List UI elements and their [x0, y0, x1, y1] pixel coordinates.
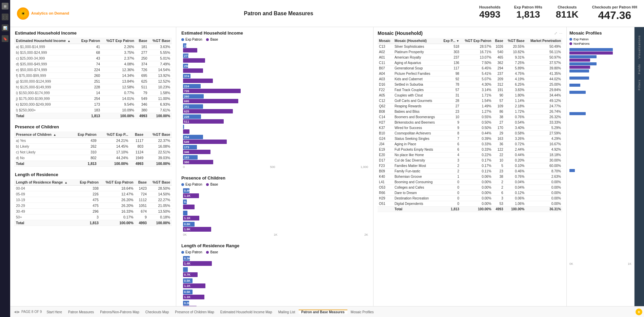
- chart-bar-row: 0.3K 0.7K: [183, 301, 368, 306]
- sidebar-label-fields[interactable]: Fields: [638, 63, 641, 76]
- lor-section-title: Length of Residence: [14, 172, 172, 177]
- metric-households-label: Households: [479, 5, 501, 9]
- bar-purple: 1.4K: [183, 261, 212, 266]
- lor-col-pct-base[interactable]: %GT Base: [148, 179, 172, 186]
- tab-item[interactable]: Patrons/Non-Patrons Map: [97, 310, 142, 314]
- sidebar-label-visualizations[interactable]: Visualizations: [638, 34, 641, 60]
- bar-purple: [183, 68, 203, 73]
- ehi-axis-0: 0: [183, 165, 185, 169]
- bar-purple: 0.7K: [183, 272, 198, 277]
- profile-bar-purple: [569, 66, 590, 69]
- tab-item[interactable]: Presence of Children Map: [172, 310, 217, 314]
- mosaic-panel: Mosaic (Household) ⤢ ··· Mosaic Mosaic (…: [374, 27, 567, 306]
- profile-bar-blue: [569, 169, 575, 172]
- mosaic-col-base[interactable]: Base: [493, 38, 505, 44]
- bar-blue: 0.5K: [183, 290, 193, 294]
- mosaic-col-pct-exp[interactable]: %GT Exp Patron: [461, 38, 493, 44]
- profile-bar-row: [569, 205, 631, 211]
- table-row: O51Digital Dependents00.00%531.06%0.00%: [378, 201, 562, 207]
- chart-bar-row: 250: [183, 64, 368, 73]
- mosaic-col-pct-base[interactable]: %GT Base: [505, 38, 526, 44]
- poc-col-exp[interactable]: Exp Patron: [70, 131, 98, 138]
- bar-blue: 0.8K: [183, 222, 195, 227]
- metric-exp-patron-hhs: Exp Patron HHs 1,813: [514, 5, 542, 20]
- sidebar-icon-grid[interactable]: ⋮⋮: [2, 14, 8, 20]
- mosaic-table: Mosaic Mosaic (Household) Exp P... ▼ %GT…: [378, 38, 562, 212]
- table-row: B08Babies and Bliss231.27%861.72%26.74%: [378, 109, 562, 114]
- mosaic-expand-icon[interactable]: ⤢: [554, 31, 557, 36]
- table-row: b) $15,000-$24,999683.75%2775.55%: [14, 50, 172, 56]
- bar-purple: [183, 129, 189, 134]
- mosaic-col-market[interactable]: Market Penetration: [526, 38, 562, 44]
- profile-bar-row: [569, 148, 631, 154]
- lor-chart: 0.3K 1.4K 0.7K 0.5K 1.1K 0.5K 1.1K 0.3K …: [181, 256, 368, 306]
- tab-item[interactable]: Mailing List: [276, 310, 298, 314]
- poc-col-pct-base[interactable]: %GT Base: [145, 131, 172, 138]
- bar-purple: [183, 79, 213, 83]
- poc-col-base[interactable]: Base: [130, 131, 145, 138]
- ehi-col-pct-base[interactable]: %GT Base: [149, 38, 172, 44]
- table-row: d) No80244.24%194939.03%: [14, 155, 172, 161]
- bar-purple: 1.1K: [183, 193, 199, 198]
- tab-item[interactable]: Start Here: [44, 310, 65, 314]
- lor-col-pct-exp[interactable]: %GT Exp Patron: [100, 179, 135, 186]
- poc-col-name[interactable]: Presence of Children ▲: [14, 131, 70, 138]
- tab-add-button[interactable]: +: [636, 309, 642, 315]
- tab-item[interactable]: Estimated Household Income Map: [218, 310, 275, 314]
- ehi-col-name[interactable]: Estimated Household Income ▲: [14, 38, 78, 44]
- mosaic-menu-icon[interactable]: ···: [559, 31, 562, 36]
- table-row: K40Bohemian Groove10.06%380.76%2.63%: [378, 174, 562, 179]
- sidebar-icon-bookmark[interactable]: 🔖: [2, 35, 8, 42]
- nav-arrow-right[interactable]: ▶: [17, 310, 20, 314]
- tab-item[interactable]: Patron Measures: [65, 310, 97, 314]
- table-row: C12Golf Carts and Gourmets281.54%571.14%…: [378, 98, 562, 104]
- ehi-col-pct-exp[interactable]: %GT Exp Patron: [102, 38, 136, 44]
- tab-item[interactable]: Checkouts Map: [143, 310, 172, 314]
- lor-legend-exp-dot: [181, 251, 184, 254]
- lor-col-base[interactable]: Base: [135, 179, 148, 186]
- sidebar-icon-home[interactable]: ⊞: [2, 3, 8, 9]
- ehi-col-exp[interactable]: Exp Patron: [78, 38, 102, 44]
- mosaic-col-exp[interactable]: Exp P... ▼: [440, 38, 461, 44]
- sidebar-icon-chart[interactable]: 📊: [2, 24, 8, 31]
- poc-axis-1: 1K: [274, 233, 277, 236]
- chart-bar-row: 254 549: [183, 135, 368, 144]
- table-row: A03Kids and Cabernet925.07%2094.19%44.02…: [378, 77, 562, 82]
- lor-col-exp[interactable]: Exp Patron: [76, 179, 100, 186]
- bar-blue: 251: [183, 104, 203, 109]
- table-row: A05Couples with Clout311.71%901.80%34.44…: [378, 93, 562, 98]
- sidebar-label-filters[interactable]: Filters: [638, 78, 641, 92]
- poc-chart-legend: Exp Patron Base: [181, 183, 368, 186]
- table-row: A02Platinum Prosperity30316.71%54010.82%…: [378, 49, 562, 55]
- bar-purple: [183, 58, 205, 63]
- left-sidebar: ⊞ ⋮⋮ 📊 🔖: [0, 0, 10, 317]
- page-info: PAGE 8 OF 9: [21, 310, 42, 314]
- mosaic-col-code[interactable]: Mosaic: [378, 38, 393, 44]
- nav-arrow-left[interactable]: ◀: [14, 310, 17, 314]
- lor-col-name[interactable]: Length of Residence Range ▲: [14, 179, 76, 186]
- profile-bar-row: [569, 98, 631, 104]
- profile-bar-blue: [569, 62, 597, 65]
- profile-bar-purple: [569, 51, 613, 55]
- center-panel: Estimated Household Income Exp Patron Ba…: [176, 27, 374, 306]
- table-row: a) $1,000-$14,999412.26%1813.63%: [14, 44, 172, 50]
- legend-base: Base: [206, 38, 218, 41]
- tab-item[interactable]: Patron and Base Measures: [299, 310, 347, 314]
- mosaic-col-name[interactable]: Mosaic (Household): [393, 38, 440, 44]
- table-row: L41Booming and Consuming00.00%20.04%0.00…: [378, 179, 562, 185]
- ehi-col-base[interactable]: Base: [136, 38, 149, 44]
- table-row: B09Family Fun-tastic20.11%230.46%8.70%: [378, 169, 562, 174]
- poc-col-pct-exp[interactable]: %GT Exp P...: [98, 131, 130, 138]
- header-metrics: Patron and Base Measures Households 4993…: [78, 5, 637, 22]
- profile-bar-blue: [569, 84, 580, 87]
- profile-bar-row: [569, 247, 631, 254]
- bar-blue: 260: [183, 94, 204, 99]
- bar-purple: 726: [183, 89, 241, 93]
- metric-checkouts-per-patron-label: Checkouts per Patron HH: [592, 5, 637, 9]
- bar-blue: 183: [183, 155, 198, 160]
- poc-legend-base: Base: [206, 183, 218, 186]
- report-title: Patron and Base Measures: [78, 10, 479, 17]
- table-row: D16Settled in Suburbia784.30%3126.25%25.…: [378, 82, 562, 87]
- tab-item[interactable]: Mosaic Profiles: [348, 310, 377, 314]
- ehi-axis-500: 500: [270, 165, 275, 169]
